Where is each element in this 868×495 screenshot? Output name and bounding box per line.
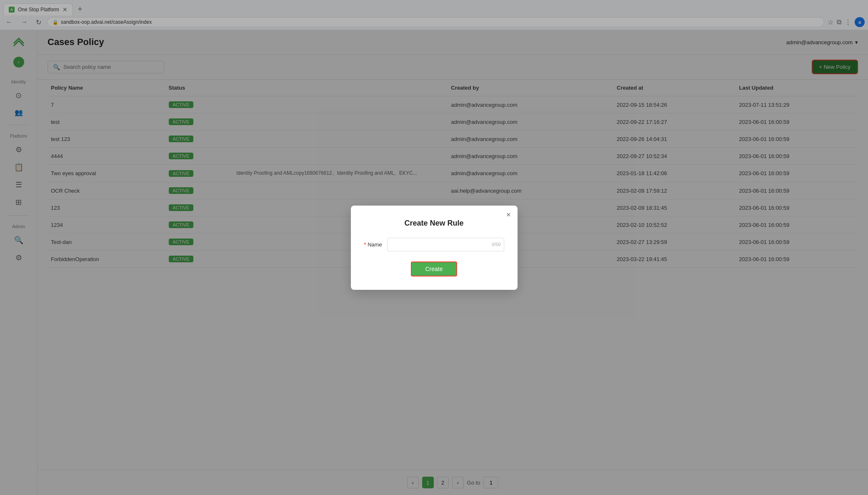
modal-actions: Create xyxy=(364,261,504,276)
name-input-wrap: 0/50 xyxy=(387,238,504,251)
name-field-label: * Name xyxy=(364,241,382,248)
name-input[interactable] xyxy=(387,238,504,251)
create-rule-modal: × Create New Rule * Name 0/50 Create xyxy=(351,206,518,290)
modal-name-field: * Name 0/50 xyxy=(364,238,504,251)
create-button[interactable]: Create xyxy=(411,261,457,276)
char-count: 0/50 xyxy=(492,242,500,247)
modal-title: Create New Rule xyxy=(364,219,504,228)
modal-close-button[interactable]: × xyxy=(506,211,511,219)
modal-overlay: × Create New Rule * Name 0/50 Create xyxy=(0,0,868,495)
required-indicator: * xyxy=(364,241,368,248)
